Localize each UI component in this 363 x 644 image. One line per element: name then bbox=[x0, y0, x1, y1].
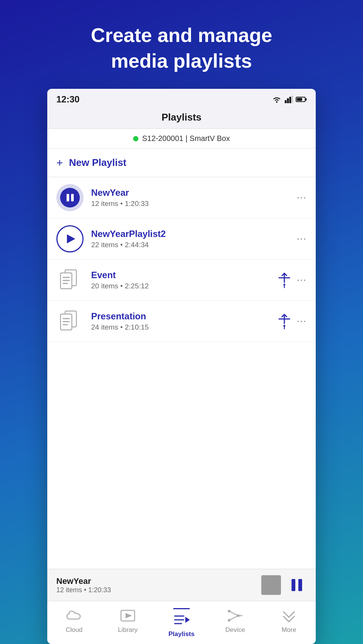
svg-point-25 bbox=[284, 325, 285, 327]
pause-button[interactable] bbox=[287, 575, 307, 595]
status-icons bbox=[272, 96, 307, 103]
nav-item-library[interactable]: Library bbox=[101, 601, 155, 644]
svg-rect-4 bbox=[292, 96, 293, 103]
playlist-meta: 12 items • 1:20:33 bbox=[91, 200, 289, 208]
playlist-thumb-newyear bbox=[56, 184, 84, 211]
hero-section: Create and managemedia playlists bbox=[0, 0, 363, 89]
playlist-meta: 22 items • 2:44:34 bbox=[91, 241, 289, 249]
nav-label-cloud: Cloud bbox=[66, 626, 82, 634]
device-label: S12-200001 | SmartV Box bbox=[142, 134, 230, 143]
player-title: NewYear bbox=[56, 576, 261, 586]
new-playlist-label: New Playlist bbox=[69, 157, 127, 169]
playlist-name: NewYearPlaylist2 bbox=[91, 229, 289, 239]
svg-point-16 bbox=[284, 284, 285, 286]
playlist-info-newyear: NewYear 12 items • 1:20:33 bbox=[91, 187, 289, 208]
nav-item-more[interactable]: More bbox=[262, 601, 316, 644]
playlist-actions: ⋯ bbox=[296, 192, 307, 204]
upload-cross-icon bbox=[278, 272, 291, 288]
sync-upload-icon[interactable] bbox=[278, 273, 291, 287]
battery-icon bbox=[296, 96, 307, 102]
device-bar: S12-200001 | SmartV Box bbox=[47, 129, 316, 149]
more-options-button[interactable]: ⋯ bbox=[296, 233, 307, 245]
playlist-name: Presentation bbox=[91, 311, 270, 322]
more-options-button[interactable]: ⋯ bbox=[296, 192, 307, 204]
playlist-meta: 20 items • 2:25:12 bbox=[91, 282, 270, 290]
list-item[interactable]: NewYearPlaylist2 22 items • 2:44:34 ⋯ bbox=[47, 218, 316, 260]
nav-label-playlists: Playlists bbox=[169, 630, 195, 638]
playlist-info-newyear2: NewYearPlaylist2 22 items • 2:44:34 bbox=[91, 229, 289, 249]
status-bar: 12:30 bbox=[47, 89, 316, 108]
cloud-icon bbox=[66, 608, 82, 623]
more-icon bbox=[281, 608, 297, 623]
device-status-dot bbox=[133, 136, 138, 141]
document-icon bbox=[57, 308, 83, 334]
svg-marker-27 bbox=[126, 613, 132, 618]
list-item[interactable]: Event 20 items • 2:25:12 ⋯ bbox=[47, 260, 316, 301]
nav-item-playlists[interactable]: Playlists bbox=[155, 601, 208, 644]
playlist-meta: 24 items • 2:10:15 bbox=[91, 323, 270, 331]
playlist-actions: ⋯ bbox=[278, 314, 307, 328]
document-icon bbox=[57, 267, 83, 293]
playlist-name: Event bbox=[91, 270, 270, 280]
new-playlist-button[interactable]: + New Playlist bbox=[47, 149, 316, 177]
phone-container: 12:30 Playlist bbox=[47, 89, 316, 644]
nav-label-device: Device bbox=[225, 626, 245, 634]
svg-line-33 bbox=[229, 616, 238, 620]
playlist-list: NewYear 12 items • 1:20:33 ⋯ NewYearPlay… bbox=[47, 177, 316, 569]
playlist-actions: ⋯ bbox=[278, 273, 307, 287]
svg-rect-6 bbox=[297, 98, 302, 101]
svg-line-32 bbox=[229, 611, 238, 616]
svg-rect-1 bbox=[285, 100, 287, 103]
status-time: 12:30 bbox=[56, 94, 79, 105]
svg-rect-2 bbox=[287, 98, 289, 103]
playlist-info-presentation: Presentation 24 items • 2:10:15 bbox=[91, 311, 270, 331]
svg-marker-31 bbox=[185, 617, 190, 623]
bottom-nav: Cloud Library Playl bbox=[47, 601, 316, 644]
svg-point-0 bbox=[276, 101, 278, 103]
bottom-player: NewYear 12 items • 1:20:33 bbox=[47, 569, 316, 601]
svg-point-34 bbox=[228, 610, 231, 613]
nav-item-device[interactable]: Device bbox=[208, 601, 262, 644]
more-options-button[interactable]: ⋯ bbox=[296, 274, 307, 286]
sync-upload-icon[interactable] bbox=[278, 314, 291, 328]
device-icon bbox=[227, 608, 244, 623]
nav-item-cloud[interactable]: Cloud bbox=[47, 601, 101, 644]
playlist-name: NewYear bbox=[91, 187, 289, 198]
playlist-thumb-event bbox=[56, 266, 84, 294]
playlist-info-event: Event 20 items • 2:25:12 bbox=[91, 270, 270, 290]
hero-title: Create and managemedia playlists bbox=[15, 23, 348, 74]
playlists-icon bbox=[173, 612, 190, 627]
screen-title: Playlists bbox=[161, 111, 202, 123]
player-info: NewYear 12 items • 1:20:33 bbox=[56, 576, 261, 594]
signal-icon bbox=[285, 96, 293, 103]
playlist-actions: ⋯ bbox=[296, 233, 307, 245]
more-options-button[interactable]: ⋯ bbox=[296, 316, 307, 327]
list-item[interactable]: NewYear 12 items • 1:20:33 ⋯ bbox=[47, 177, 316, 218]
svg-rect-3 bbox=[289, 97, 291, 103]
library-icon bbox=[119, 608, 136, 623]
nav-label-library: Library bbox=[118, 626, 138, 634]
top-bar: Playlists bbox=[47, 108, 316, 129]
upload-cross-icon bbox=[278, 314, 291, 329]
svg-rect-7 bbox=[306, 98, 307, 101]
stop-button[interactable] bbox=[261, 575, 281, 595]
wifi-icon bbox=[272, 96, 282, 103]
playlist-thumb-presentation bbox=[56, 308, 84, 335]
player-controls bbox=[261, 575, 307, 595]
playlist-thumb-newyear2 bbox=[56, 225, 84, 252]
plus-icon: + bbox=[56, 157, 63, 169]
list-item[interactable]: Presentation 24 items • 2:10:15 ⋯ bbox=[47, 301, 316, 342]
svg-point-35 bbox=[228, 619, 231, 622]
nav-label-more: More bbox=[282, 626, 296, 634]
player-meta: 12 items • 1:20:33 bbox=[56, 586, 261, 594]
